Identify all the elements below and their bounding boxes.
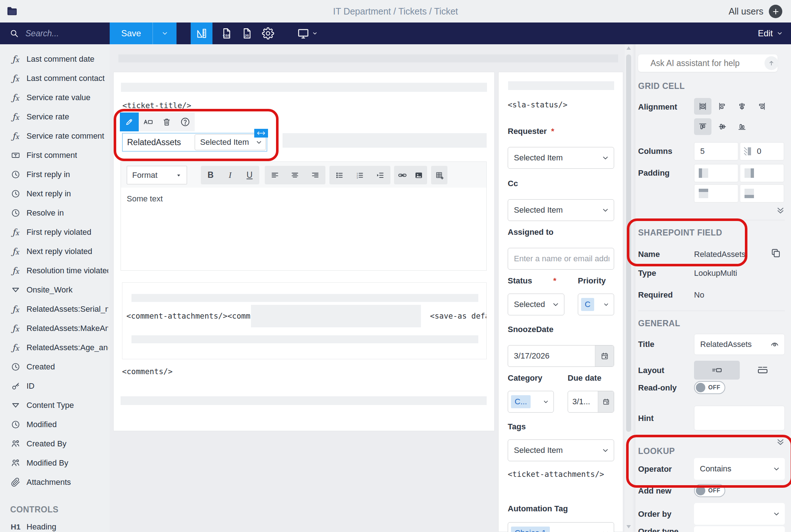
automation-tag-dropdown[interactable]: Choice 1 [508, 522, 614, 532]
sidebar-field-item[interactable]: Created [0, 357, 110, 376]
css-editor-button[interactable]: CSS [216, 22, 237, 44]
sidebar-field-item[interactable]: ƒx Resolution time violated [0, 261, 110, 280]
insert-link-button[interactable] [394, 167, 411, 184]
sidebar-field-item[interactable]: ƒx Next reply violated [0, 242, 110, 261]
designer-tab-active[interactable] [191, 22, 212, 44]
sidebar-field-item[interactable]: First comment [0, 146, 110, 165]
addnew-toggle[interactable]: OFF [694, 484, 725, 497]
edit-mode-menu[interactable]: Edit [758, 22, 783, 44]
readonly-toggle[interactable]: OFF [694, 381, 725, 394]
delete-field-button[interactable] [157, 112, 176, 131]
search-input[interactable] [25, 28, 92, 39]
padding-right-input[interactable] [740, 164, 784, 182]
sidebar-field-item[interactable]: Onsite_Work [0, 280, 110, 299]
align-top-v-button[interactable] [694, 118, 711, 135]
insert-table-button[interactable] [431, 167, 447, 184]
orderby-dropdown[interactable] [694, 503, 785, 525]
align-right-button[interactable] [307, 167, 324, 184]
sidebar-field-item[interactable]: Created By [0, 434, 110, 453]
sidebar-field-item[interactable]: ƒx RelatedAssets:Serial_number [0, 299, 110, 319]
preview-device-button[interactable] [293, 22, 322, 44]
comment-attachments-tag[interactable]: <comment-attachments/><comm [126, 312, 250, 320]
layout-label-left-button[interactable] [694, 361, 740, 380]
copy-icon[interactable] [770, 247, 781, 258]
columns-input[interactable]: 5 [694, 142, 738, 160]
ai-submit-button[interactable] [764, 56, 778, 70]
align-left-button[interactable] [267, 167, 283, 184]
bullet-list-button[interactable] [331, 167, 348, 184]
sidebar-field-item[interactable]: Modified By [0, 453, 110, 472]
sidebar-field-item[interactable]: ƒx Last comment contact [0, 69, 110, 88]
align-bottom-v-button[interactable] [733, 118, 751, 135]
sidebar-field-item[interactable]: ƒx Service rate value [0, 88, 110, 107]
columns-gutter-input[interactable]: 0 [740, 142, 784, 160]
sidebar-field-item[interactable]: ƒx Service rate [0, 107, 110, 126]
align-center-v-button[interactable] [714, 118, 731, 135]
sidebar-field-item[interactable]: Content Type [0, 396, 110, 415]
save-dropdown-button[interactable] [153, 22, 177, 44]
field-resize-handle[interactable] [254, 129, 268, 138]
sidebar-field-item[interactable]: ƒx RelatedAssets:MakeAndMod... [0, 319, 110, 338]
sidebar-field-item[interactable]: Next reply in [0, 184, 110, 203]
scroll-up-arrow[interactable] [626, 46, 632, 51]
comments-tag[interactable]: <comments/> [122, 367, 173, 376]
ticket-title-tag[interactable]: <ticket-title/> [122, 101, 191, 110]
align-stretch-h-button[interactable] [694, 98, 711, 115]
add-user-button[interactable] [769, 5, 782, 18]
insert-image-button[interactable] [411, 167, 427, 184]
sidebar-field-item[interactable]: ƒx RelatedAssets:Age_and_warra... [0, 338, 110, 357]
sidebar-field-item[interactable]: ƒx First reply violated [0, 222, 110, 242]
sidebar-field-item[interactable]: ID [0, 376, 110, 396]
ticket-attachments-tag[interactable]: <ticket-attachments/> [508, 470, 604, 479]
sidebar-field-item[interactable]: First reply in [0, 165, 110, 184]
hint-input[interactable] [694, 406, 785, 430]
ai-assistant-input[interactable] [650, 58, 759, 69]
sidebar-control-item[interactable]: H1 Heading [0, 517, 110, 532]
priority-dropdown[interactable]: C [578, 294, 614, 315]
numbered-list-button[interactable]: 123 [352, 167, 368, 184]
title-input[interactable]: RelatedAssets [694, 334, 785, 355]
requester-dropdown[interactable]: Selected Item [508, 147, 614, 169]
align-left-h-button[interactable] [714, 98, 731, 115]
expand-section-chevrons[interactable] [775, 437, 786, 447]
related-assets-field[interactable]: RelatedAssets Selected Item [122, 133, 267, 152]
tags-dropdown[interactable]: Selected Item [508, 439, 614, 461]
search-box[interactable] [0, 22, 110, 44]
padding-top-input[interactable] [694, 184, 738, 202]
snooze-date-input[interactable]: 3/17/2026 [508, 345, 614, 367]
sidebar-field-item[interactable]: Resolve in [0, 203, 110, 222]
sla-status-tag[interactable]: <sla-status/> [508, 101, 567, 109]
assigned-to-input[interactable]: Enter a name or email addre [508, 248, 614, 270]
sidebar-field-item[interactable]: Attachments [0, 472, 110, 492]
js-editor-button[interactable]: JS [237, 22, 257, 44]
italic-button[interactable]: I [222, 167, 238, 184]
save-as-default-tag[interactable]: <save-as defa [430, 312, 487, 320]
edit-field-button[interactable] [120, 112, 139, 131]
padding-bottom-input[interactable] [740, 184, 784, 202]
padding-left-input[interactable] [694, 164, 738, 182]
richtext-content[interactable]: Some text [121, 188, 487, 271]
sidebar-field-item[interactable]: ƒx Service rate comment [0, 126, 110, 146]
cc-dropdown[interactable]: Selected Item [508, 199, 614, 221]
underline-button[interactable]: U [241, 167, 258, 184]
format-dropdown[interactable]: Format [127, 166, 187, 184]
align-center-h-button[interactable] [733, 98, 751, 115]
ai-assistant-bar[interactable] [638, 54, 778, 72]
sidebar-field-item[interactable]: Modified [0, 415, 110, 434]
eye-icon[interactable] [770, 340, 779, 349]
layout-label-top-button[interactable] [750, 361, 775, 380]
field-help-button[interactable] [176, 112, 194, 131]
bold-button[interactable]: B [202, 167, 219, 184]
indent-button[interactable] [372, 167, 389, 184]
scroll-down-arrow[interactable] [626, 524, 632, 529]
due-date-calendar-button[interactable] [598, 391, 614, 412]
align-center-button[interactable] [287, 167, 303, 184]
status-dropdown[interactable]: Selected [508, 294, 564, 315]
settings-button[interactable] [258, 22, 278, 44]
rename-field-button[interactable] [139, 112, 157, 131]
scrollbar-thumb[interactable] [626, 54, 631, 432]
category-dropdown[interactable]: C... [508, 391, 554, 413]
snooze-calendar-button[interactable] [595, 345, 614, 367]
ordertype-dropdown[interactable]: Ascending [694, 526, 785, 532]
operator-dropdown[interactable]: Contains [694, 458, 785, 480]
